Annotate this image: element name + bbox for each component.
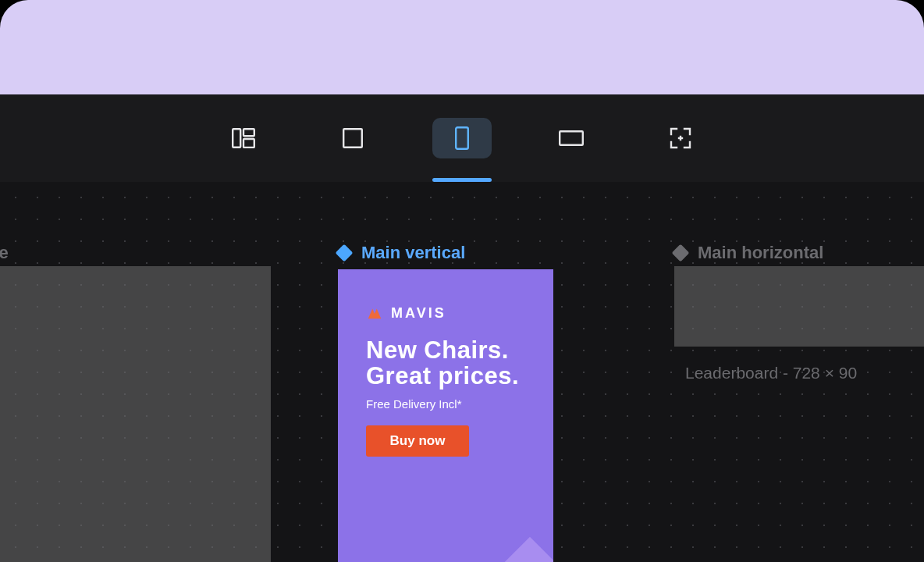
right-size-placeholder[interactable] [674, 266, 924, 347]
ad-headline-line2: Great prices. [366, 364, 519, 389]
fullscreen-button[interactable] [651, 118, 710, 158]
size-label-center-text: Main vertical [361, 243, 465, 263]
overview-button[interactable] [214, 118, 273, 158]
size-label-left[interactable]: re [0, 243, 9, 263]
ad-subline: Free Delivery Incl* [366, 397, 462, 411]
svg-rect-5 [560, 131, 583, 145]
size-label-right-text: Main horizontal [698, 243, 823, 263]
brand-name: MAVIS [391, 305, 446, 322]
svg-rect-4 [456, 127, 468, 149]
size-label-right[interactable]: Main horizontal [674, 243, 823, 263]
square-size-button[interactable] [323, 118, 382, 158]
ad-headline: New Chairs. Great prices. [366, 338, 519, 389]
right-size-caption: Leaderboard - 728 × 90 [685, 364, 857, 382]
vertical-size-button[interactable] [432, 118, 492, 158]
svg-rect-3 [343, 129, 362, 148]
square-icon [343, 128, 363, 148]
fullscreen-icon [670, 127, 691, 149]
app-frame: re Main vertical MAVIS New Chairs. Great… [0, 0, 924, 562]
ad-cta-label: Buy now [390, 433, 446, 449]
horizontal-size-button[interactable] [542, 118, 601, 158]
accent-shape [431, 537, 553, 562]
brand-row: MAVIS [366, 304, 446, 322]
left-size-placeholder[interactable] [0, 266, 271, 562]
diamond-icon [672, 244, 690, 262]
svg-rect-2 [243, 139, 254, 148]
size-label-center[interactable]: Main vertical [338, 243, 465, 263]
diamond-icon [336, 244, 354, 262]
vertical-icon [455, 126, 469, 150]
brand-logo-icon [366, 304, 383, 322]
ad-cta-button[interactable]: Buy now [366, 425, 469, 457]
canvas[interactable]: re Main vertical MAVIS New Chairs. Great… [0, 182, 924, 562]
ad-headline-line1: New Chairs. [366, 338, 519, 364]
ad-preview-vertical[interactable]: MAVIS New Chairs. Great prices. Free Del… [338, 269, 553, 562]
horizontal-icon [559, 130, 584, 146]
size-label-left-text: re [0, 243, 9, 263]
header-banner [0, 0, 924, 94]
svg-rect-1 [243, 129, 254, 136]
size-toolbar [0, 94, 924, 182]
svg-rect-0 [233, 129, 240, 148]
overview-icon [232, 128, 255, 148]
